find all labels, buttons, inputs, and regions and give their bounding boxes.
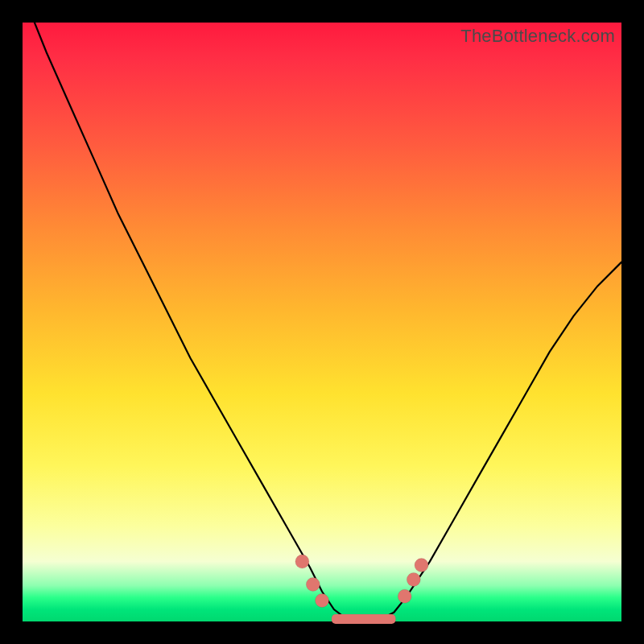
fit-marker	[398, 589, 411, 603]
plot-area: TheBottleneck.com	[23, 23, 621, 621]
fit-markers	[295, 555, 428, 607]
bottleneck-curve	[23, 0, 621, 620]
chart-frame: TheBottleneck.com	[0, 0, 644, 644]
chart-svg	[23, 23, 621, 621]
valley-fit-bar	[332, 614, 396, 624]
fit-marker	[295, 555, 309, 568]
fit-marker	[407, 572, 420, 586]
fit-marker	[415, 559, 428, 572]
fit-marker	[316, 594, 329, 608]
fit-marker	[306, 577, 320, 591]
